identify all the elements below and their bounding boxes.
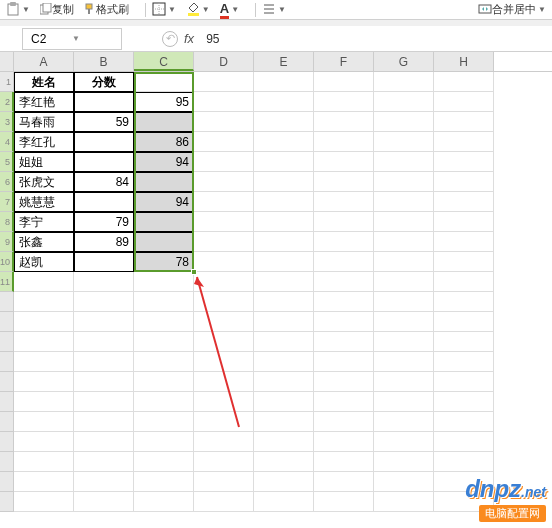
- cell[interactable]: [434, 92, 494, 112]
- cell[interactable]: [74, 252, 134, 272]
- cell[interactable]: [434, 312, 494, 332]
- cell[interactable]: [314, 232, 374, 252]
- cell[interactable]: [374, 392, 434, 412]
- cell[interactable]: [194, 212, 254, 232]
- copy-button[interactable]: 复制: [40, 2, 74, 17]
- cell[interactable]: [194, 292, 254, 312]
- row-header[interactable]: 2: [0, 92, 14, 112]
- cell[interactable]: [254, 132, 314, 152]
- cell[interactable]: [14, 412, 74, 432]
- row-header[interactable]: [0, 292, 14, 312]
- cell[interactable]: [14, 312, 74, 332]
- cell[interactable]: 李宁: [14, 212, 74, 232]
- cell[interactable]: [14, 292, 74, 312]
- cell[interactable]: [254, 232, 314, 252]
- cell[interactable]: [194, 112, 254, 132]
- cell[interactable]: [254, 372, 314, 392]
- cell[interactable]: [194, 252, 254, 272]
- cell[interactable]: [254, 472, 314, 492]
- cell[interactable]: 95: [134, 92, 194, 112]
- cell[interactable]: [254, 92, 314, 112]
- row-header[interactable]: [0, 432, 14, 452]
- cell[interactable]: [374, 92, 434, 112]
- row-header[interactable]: [0, 372, 14, 392]
- cell[interactable]: [194, 72, 254, 92]
- cell[interactable]: [254, 332, 314, 352]
- cell[interactable]: [374, 432, 434, 452]
- row-header[interactable]: 9: [0, 232, 14, 252]
- row-header[interactable]: [0, 312, 14, 332]
- cell[interactable]: [254, 452, 314, 472]
- cell[interactable]: [194, 392, 254, 412]
- cell[interactable]: [314, 212, 374, 232]
- name-box[interactable]: C2 ▼: [22, 28, 122, 50]
- cell[interactable]: [134, 352, 194, 372]
- row-header[interactable]: [0, 352, 14, 372]
- cell[interactable]: [74, 292, 134, 312]
- select-all-corner[interactable]: [0, 52, 14, 71]
- cell[interactable]: [374, 472, 434, 492]
- cell[interactable]: 78: [134, 252, 194, 272]
- cell[interactable]: [434, 272, 494, 292]
- cell[interactable]: [374, 372, 434, 392]
- cell[interactable]: [194, 492, 254, 512]
- column-header[interactable]: D: [194, 52, 254, 71]
- cell[interactable]: [314, 312, 374, 332]
- cell[interactable]: [254, 112, 314, 132]
- cell[interactable]: [254, 252, 314, 272]
- cell[interactable]: [14, 452, 74, 472]
- cell[interactable]: [134, 112, 194, 132]
- cell[interactable]: [74, 452, 134, 472]
- fx-icon[interactable]: fx: [184, 31, 194, 46]
- cell[interactable]: 李红孔: [14, 132, 74, 152]
- cell[interactable]: [374, 172, 434, 192]
- cell[interactable]: [254, 312, 314, 332]
- cell[interactable]: [134, 412, 194, 432]
- cell[interactable]: [434, 412, 494, 432]
- cell[interactable]: 89: [74, 232, 134, 252]
- cell[interactable]: [254, 292, 314, 312]
- cell[interactable]: [374, 72, 434, 92]
- cell[interactable]: [14, 332, 74, 352]
- cell[interactable]: [74, 432, 134, 452]
- cell[interactable]: 59: [74, 112, 134, 132]
- cell[interactable]: [374, 192, 434, 212]
- cell[interactable]: [314, 492, 374, 512]
- cell[interactable]: [194, 312, 254, 332]
- cell[interactable]: [134, 432, 194, 452]
- cell[interactable]: [14, 392, 74, 412]
- cell[interactable]: [434, 152, 494, 172]
- cell[interactable]: [434, 392, 494, 412]
- cell[interactable]: [314, 92, 374, 112]
- cell[interactable]: [74, 92, 134, 112]
- cell[interactable]: [374, 452, 434, 472]
- cell[interactable]: [74, 152, 134, 172]
- cell[interactable]: [254, 412, 314, 432]
- column-header[interactable]: E: [254, 52, 314, 71]
- cell[interactable]: [314, 412, 374, 432]
- cell[interactable]: [194, 172, 254, 192]
- cell[interactable]: 86: [134, 132, 194, 152]
- cell[interactable]: [314, 72, 374, 92]
- cell[interactable]: [374, 492, 434, 512]
- cell[interactable]: 马春雨: [14, 112, 74, 132]
- cell[interactable]: [134, 492, 194, 512]
- cell[interactable]: [434, 332, 494, 352]
- column-header[interactable]: H: [434, 52, 494, 71]
- cell[interactable]: [134, 172, 194, 192]
- cell[interactable]: [134, 372, 194, 392]
- cell[interactable]: [134, 72, 194, 92]
- cell[interactable]: 84: [74, 172, 134, 192]
- cell[interactable]: [134, 312, 194, 332]
- cell[interactable]: [314, 292, 374, 312]
- cell[interactable]: [314, 472, 374, 492]
- cell[interactable]: [314, 392, 374, 412]
- cell[interactable]: [434, 172, 494, 192]
- cell[interactable]: [74, 392, 134, 412]
- spreadsheet-grid[interactable]: ABCDEFGH 1234567891011 姓名分数李红艳95马春雨59李红孔…: [0, 52, 552, 528]
- cell[interactable]: [74, 372, 134, 392]
- cancel-formula-icon[interactable]: ↶: [162, 31, 178, 47]
- cell[interactable]: [254, 172, 314, 192]
- column-header[interactable]: F: [314, 52, 374, 71]
- cell[interactable]: [434, 192, 494, 212]
